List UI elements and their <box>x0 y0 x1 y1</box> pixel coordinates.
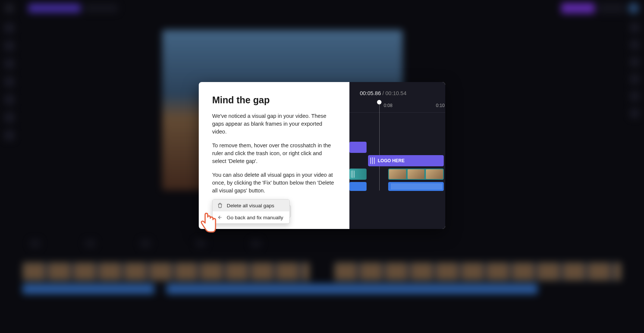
dialog-paragraph: You can also delete all visual gaps in y… <box>212 171 336 195</box>
timeline-ruler[interactable]: 0:08 0:10 <box>349 103 445 113</box>
modal-overlay: Mind the gap We've noticed a visual gap … <box>0 0 644 333</box>
mind-the-gap-dialog: Mind the gap We've noticed a visual gap … <box>199 82 445 229</box>
dialog-paragraph: We've noticed a visual gap in your video… <box>212 112 336 136</box>
dialog-body: We've noticed a visual gap in your video… <box>212 112 336 195</box>
arrow-left-icon <box>217 214 223 220</box>
playhead[interactable] <box>379 102 380 191</box>
dialog-paragraph: To remove them, hover over the crosshatc… <box>212 142 336 165</box>
clip-label: LOGO HERE <box>378 158 405 163</box>
cursor-hand-icon <box>197 209 218 235</box>
text-clip[interactable] <box>349 142 367 153</box>
dropdown-item-label: Delete all visual gaps <box>227 203 274 208</box>
ruler-tick: 0:10 <box>436 103 444 108</box>
dialog-timeline-preview: 00:05.86 / 00:10.54 0:08 0:10 LOGO HERE <box>349 82 445 229</box>
trash-icon <box>217 202 223 208</box>
audio-clip[interactable] <box>349 182 367 191</box>
video-clip[interactable] <box>388 169 444 180</box>
video-clip[interactable] <box>349 169 367 180</box>
delete-all-gaps-item[interactable]: Delete all visual gaps <box>213 200 289 211</box>
dialog-title: Mind the gap <box>212 95 336 106</box>
ruler-tick: 0:08 <box>384 103 392 108</box>
audio-clip[interactable] <box>388 182 444 191</box>
fix-dropdown: Delete all visual gaps Go back and fix m… <box>212 199 290 224</box>
go-back-item[interactable]: Go back and fix manually <box>213 211 289 223</box>
dropdown-item-label: Go back and fix manually <box>227 215 283 220</box>
timecode: 00:05.86 / 00:10.54 <box>349 90 445 96</box>
total-time: 00:10.54 <box>386 90 406 96</box>
logo-clip[interactable]: LOGO HERE <box>368 155 444 166</box>
current-time: 00:05.86 <box>360 90 381 96</box>
